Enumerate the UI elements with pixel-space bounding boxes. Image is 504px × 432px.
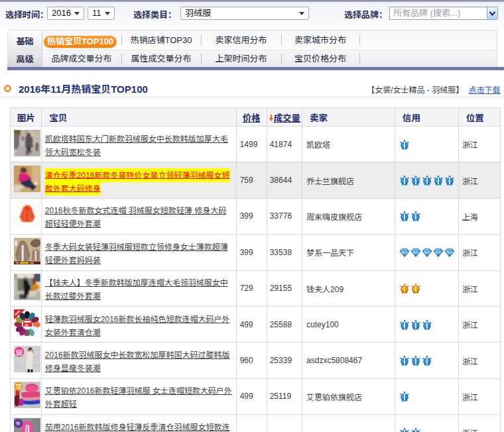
svg-text:119: 119 <box>16 386 21 390</box>
svg-text:79: 79 <box>16 421 20 425</box>
svg-text:95: 95 <box>25 323 29 327</box>
svg-text:299: 299 <box>17 350 22 353</box>
